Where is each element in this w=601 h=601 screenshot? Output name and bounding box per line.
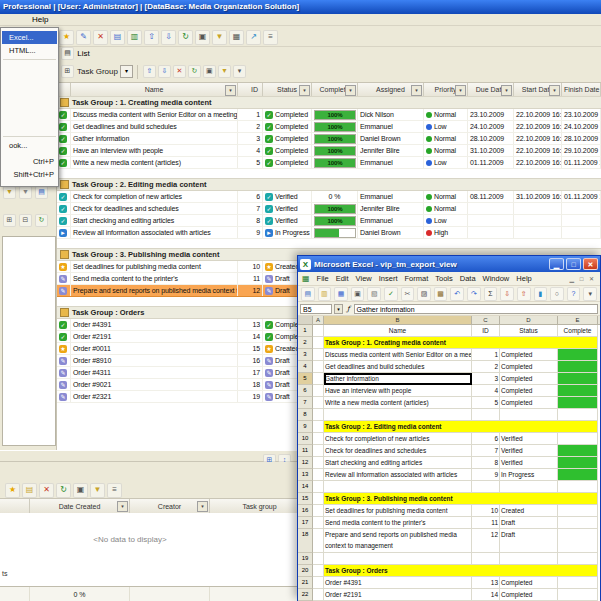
- excel-row-header[interactable]: 3: [298, 349, 313, 361]
- dropdown-icon[interactable]: ▾: [233, 65, 246, 78]
- column-header-task-group[interactable]: Task group: [210, 499, 310, 513]
- excel-cell[interactable]: [313, 361, 324, 373]
- excel-cell[interactable]: Review all information associated with a…: [324, 469, 472, 481]
- excel-row-header[interactable]: 13: [298, 469, 313, 481]
- excel-name-box[interactable]: B5: [300, 304, 332, 314]
- delete-task-icon[interactable]: ✕: [93, 30, 108, 45]
- excel-menu-window[interactable]: Window: [483, 274, 510, 283]
- paste-icon[interactable]: ▩: [434, 287, 448, 301]
- excel-cell[interactable]: Check for deadlines and schedules: [324, 445, 472, 457]
- print-icon[interactable]: ▣: [73, 483, 88, 498]
- columns-icon[interactable]: ▦: [229, 30, 244, 45]
- excel-menu-help[interactable]: Help: [516, 274, 531, 283]
- excel-cell[interactable]: [558, 553, 598, 565]
- excel-cell[interactable]: [313, 397, 324, 409]
- excel-column-a[interactable]: A: [313, 316, 324, 324]
- move-down-icon[interactable]: ⇩: [161, 30, 176, 45]
- excel-menu-format[interactable]: Format: [404, 274, 428, 283]
- column-header-assigned[interactable]: Assigned▾: [358, 83, 424, 96]
- excel-cell[interactable]: Set deadlines for publishing media conte…: [324, 505, 472, 517]
- new-workbook-icon[interactable]: ▤: [301, 287, 315, 301]
- excel-cell[interactable]: [313, 469, 324, 481]
- excel-cell[interactable]: Send media content to the printer's: [324, 517, 472, 529]
- autosum-icon[interactable]: Σ: [484, 287, 498, 301]
- task-row[interactable]: ✓Gather information3✓Completed100%Daniel…: [57, 133, 601, 145]
- excel-cell[interactable]: [558, 373, 598, 385]
- excel-cell[interactable]: [313, 385, 324, 397]
- excel-cell[interactable]: [324, 553, 472, 565]
- filter-icon[interactable]: ▼: [3, 186, 16, 199]
- excel-row-header[interactable]: 4: [298, 361, 313, 373]
- excel-row-header[interactable]: 20: [298, 565, 313, 577]
- task-row[interactable]: ✓Check for completion of new articles6✓V…: [57, 191, 601, 203]
- filter-dropdown-icon[interactable]: ▾: [117, 501, 128, 512]
- excel-row-header[interactable]: 16: [298, 505, 313, 517]
- excel-cell[interactable]: Completed: [500, 397, 558, 409]
- column-header-creator[interactable]: Creator▾: [130, 499, 210, 513]
- settings-icon[interactable]: ≡: [107, 483, 122, 498]
- workbook-window-controls[interactable]: ▁ □ ✕: [569, 275, 596, 282]
- filter-dropdown-icon[interactable]: ▾: [411, 85, 422, 96]
- excel-row-header[interactable]: 6: [298, 385, 313, 397]
- excel-cell[interactable]: [500, 553, 558, 565]
- filter-dropdown-icon[interactable]: ▾: [455, 85, 466, 96]
- excel-cell[interactable]: [324, 481, 472, 493]
- excel-row-header[interactable]: 15: [298, 493, 313, 505]
- filter-dropdown-icon[interactable]: ▾: [501, 85, 512, 96]
- task-row[interactable]: ✓Have an interview with people4✓Complete…: [57, 145, 601, 157]
- excel-group-cell[interactable]: Task Group : 2. Editing media content: [324, 421, 598, 433]
- refresh-icon[interactable]: ↻: [178, 30, 193, 45]
- excel-menu-file[interactable]: File: [317, 274, 329, 283]
- refresh-icon[interactable]: ↻: [35, 214, 48, 227]
- excel-cell[interactable]: Verified: [500, 445, 558, 457]
- sidebar-tree[interactable]: [2, 236, 56, 446]
- filter-dropdown-icon[interactable]: ▾: [549, 85, 560, 96]
- excel-cell[interactable]: [558, 469, 598, 481]
- excel-cell[interactable]: [500, 481, 558, 493]
- excel-cell[interactable]: 11: [472, 517, 500, 529]
- excel-cell[interactable]: [472, 553, 500, 565]
- undo-icon[interactable]: ↶: [450, 287, 464, 301]
- filter-dropdown-icon[interactable]: ▾: [197, 501, 208, 512]
- task-group-dropdown-icon[interactable]: ▾: [120, 65, 133, 78]
- new-task-icon[interactable]: ★: [59, 30, 74, 45]
- column-header-start-date[interactable]: Start Date▾: [514, 83, 562, 96]
- excel-row-header[interactable]: 7: [298, 397, 313, 409]
- excel-cell[interactable]: [558, 505, 598, 517]
- task-row[interactable]: ✓Start checking and editing articles8✓Ve…: [57, 215, 601, 227]
- excel-cell[interactable]: [313, 481, 324, 493]
- chart-wizard-icon[interactable]: ▮: [534, 287, 548, 301]
- sort-ascending-icon[interactable]: ⇧: [143, 65, 156, 78]
- excel-cell[interactable]: [472, 481, 500, 493]
- new-item-icon[interactable]: ★: [5, 483, 20, 498]
- excel-row-header[interactable]: 22: [298, 589, 313, 601]
- print-icon[interactable]: ▣: [351, 287, 365, 301]
- excel-column-e[interactable]: E: [558, 316, 598, 324]
- excel-row-header[interactable]: 17: [298, 517, 313, 529]
- excel-cell[interactable]: Prepare and send reports on published me…: [324, 529, 472, 553]
- spelling-icon[interactable]: ✓: [384, 287, 398, 301]
- minimize-button[interactable]: ▁: [549, 258, 564, 270]
- sort-ascending-icon[interactable]: ⇩: [500, 287, 514, 301]
- excel-cell[interactable]: [558, 409, 598, 421]
- excel-cell[interactable]: [313, 349, 324, 361]
- excel-row-header[interactable]: 8: [298, 409, 313, 421]
- excel-row-header[interactable]: 11: [298, 445, 313, 457]
- file-menu-item[interactable]: Excel...: [2, 31, 57, 44]
- excel-cell[interactable]: [324, 409, 472, 421]
- column-header-date-created[interactable]: Date Created▾: [30, 499, 130, 513]
- restore-button[interactable]: □: [566, 258, 581, 270]
- excel-cell[interactable]: 13: [472, 577, 500, 589]
- refresh-icon[interactable]: ↻: [188, 65, 201, 78]
- excel-cell[interactable]: [313, 433, 324, 445]
- excel-cell[interactable]: Draft: [500, 529, 558, 553]
- excel-group-cell[interactable]: Task Group : Orders: [324, 565, 598, 577]
- filter-icon[interactable]: ▼: [212, 30, 227, 45]
- excel-column-b[interactable]: B: [324, 316, 472, 324]
- excel-row-header[interactable]: 14: [298, 481, 313, 493]
- excel-cell[interactable]: [558, 481, 598, 493]
- name-box-dropdown-icon[interactable]: ▾: [334, 304, 343, 314]
- excel-cell[interactable]: Draft: [500, 517, 558, 529]
- excel-cell[interactable]: [313, 373, 324, 385]
- file-menu-item[interactable]: Shift+Ctrl+P: [2, 168, 57, 181]
